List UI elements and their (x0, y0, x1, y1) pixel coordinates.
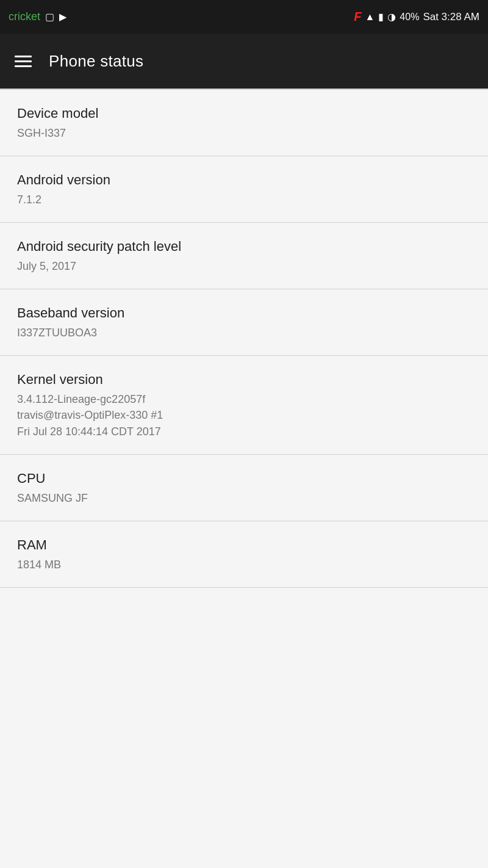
info-item: Kernel version3.4.112-Lineage-gc22057f t… (0, 356, 488, 454)
info-item-label: CPU (17, 471, 471, 486)
status-bar-right: F ▲ ▮ ◑ 40% Sat 3:28 AM (354, 10, 479, 24)
info-item-value: July 5, 2017 (17, 258, 471, 274)
image-icon: ▢ (45, 11, 54, 23)
info-item-label: Android security patch level (17, 239, 471, 255)
info-item-label: Baseband version (17, 305, 471, 321)
hamburger-line-3 (15, 65, 32, 67)
info-item: RAM1814 MB (0, 521, 488, 588)
info-item-label: Device model (17, 106, 471, 121)
hamburger-line-1 (15, 56, 32, 57)
play-icon: ▶ (59, 11, 66, 23)
info-item-value: 7.1.2 (17, 192, 471, 208)
hamburger-line-2 (15, 60, 32, 62)
info-item-value: SAMSUNG JF (17, 490, 471, 506)
signal-icon: ▮ (378, 11, 384, 23)
status-bar-left: cricket ▢ ▶ (9, 10, 66, 23)
status-time: Sat 3:28 AM (423, 11, 479, 23)
app-bar: Phone status (0, 34, 488, 89)
info-item-label: RAM (17, 537, 471, 553)
info-item-value: 1814 MB (17, 557, 471, 573)
status-bar: cricket ▢ ▶ F ▲ ▮ ◑ 40% Sat 3:28 AM (0, 0, 488, 34)
info-item-value: 3.4.112-Lineage-gc22057f travis@travis-O… (17, 391, 471, 439)
info-item-value: I337ZTUUBOA3 (17, 325, 471, 341)
info-item: CPUSAMSUNG JF (0, 455, 488, 521)
info-item: Android version7.1.2 (0, 156, 488, 223)
info-item: Android security patch levelJuly 5, 2017 (0, 223, 488, 289)
info-item-label: Android version (17, 172, 471, 188)
battery-circle-icon: ◑ (387, 11, 396, 23)
info-item-label: Kernel version (17, 372, 471, 388)
wifi-icon: ▲ (365, 12, 375, 23)
app-bar-title: Phone status (49, 52, 143, 71)
info-item: Baseband versionI337ZTUUBOA3 (0, 289, 488, 356)
info-item: Device modelSGH-I337 (0, 90, 488, 156)
app-icon: F (354, 10, 361, 24)
carrier-label: cricket (9, 10, 40, 23)
info-item-value: SGH-I337 (17, 125, 471, 141)
battery-percent: 40% (400, 12, 419, 23)
content-area: Device modelSGH-I337Android version7.1.2… (0, 90, 488, 588)
hamburger-menu-button[interactable] (15, 56, 32, 67)
